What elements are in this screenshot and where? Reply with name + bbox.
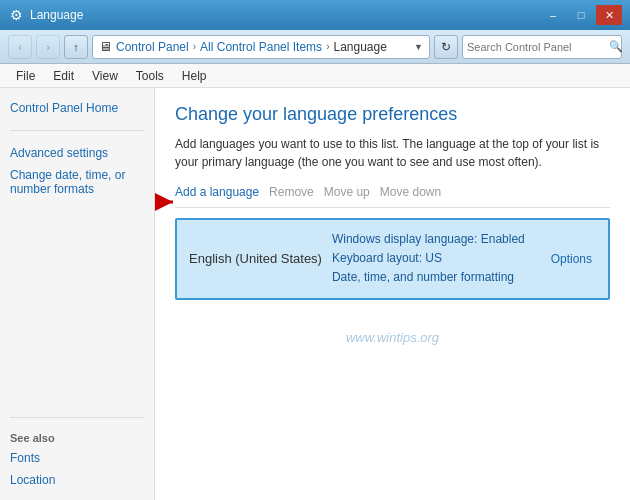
sidebar-divider-1 xyxy=(10,130,144,131)
breadcrumb-dropdown-arrow[interactable]: ▼ xyxy=(414,42,423,52)
arrow-indicator xyxy=(155,187,180,217)
breadcrumb-all-items[interactable]: All Control Panel Items xyxy=(200,40,322,54)
move-up-button[interactable]: Move up xyxy=(324,185,370,199)
language-options-link[interactable]: Options xyxy=(551,252,592,266)
keyboard-layout-line: Keyboard layout: US xyxy=(332,249,541,268)
add-language-button[interactable]: Add a language xyxy=(175,185,259,199)
sidebar-location[interactable]: Location xyxy=(10,472,144,488)
language-info: Windows display language: Enabled Keyboa… xyxy=(332,230,541,288)
cp-icon: 🖥 xyxy=(99,39,112,54)
menu-edit[interactable]: Edit xyxy=(45,67,82,85)
title-bar-controls: – □ ✕ xyxy=(540,5,622,25)
breadcrumb-current: Language xyxy=(333,40,386,54)
menu-bar: File Edit View Tools Help xyxy=(0,64,630,88)
search-input[interactable] xyxy=(467,41,605,53)
language-toolbar: Add a language Remove Move up Move down xyxy=(175,185,610,208)
sidebar-control-panel-home[interactable]: Control Panel Home xyxy=(10,100,144,116)
red-arrow-svg xyxy=(155,187,180,217)
minimize-button[interactable]: – xyxy=(540,5,566,25)
back-button[interactable]: ‹ xyxy=(8,35,32,59)
page-title: Change your language preferences xyxy=(175,104,610,125)
display-language-line: Windows display language: Enabled xyxy=(332,230,541,249)
title-bar-left: ⚙ Language xyxy=(8,7,83,23)
toolbar-row: Add a language Remove Move up Move down xyxy=(175,185,610,218)
sidebar-divider-2 xyxy=(10,417,144,418)
content-area: Change your language preferences Add lan… xyxy=(155,88,630,500)
breadcrumb-control-panel[interactable]: Control Panel xyxy=(116,40,189,54)
main-layout: Control Panel Home Advanced settings Cha… xyxy=(0,88,630,500)
watermark: www.wintips.org xyxy=(175,330,610,345)
language-list: English (United States) Windows display … xyxy=(175,218,610,300)
menu-view[interactable]: View xyxy=(84,67,126,85)
language-item[interactable]: English (United States) Windows display … xyxy=(177,220,608,298)
breadcrumb: 🖥 Control Panel › All Control Panel Item… xyxy=(92,35,430,59)
menu-tools[interactable]: Tools xyxy=(128,67,172,85)
maximize-button[interactable]: □ xyxy=(568,5,594,25)
window-icon: ⚙ xyxy=(8,7,24,23)
search-icon: 🔍 xyxy=(609,40,623,53)
sidebar-fonts[interactable]: Fonts xyxy=(10,450,144,466)
title-bar-text: Language xyxy=(30,8,83,22)
sidebar-advanced-settings[interactable]: Advanced settings xyxy=(10,145,144,161)
nav-bar: ‹ › ↑ 🖥 Control Panel › All Control Pane… xyxy=(0,30,630,64)
sidebar-change-date[interactable]: Change date, time, or number formats xyxy=(10,167,144,197)
menu-help[interactable]: Help xyxy=(174,67,215,85)
sidebar-see-also-label: See also xyxy=(10,432,144,444)
date-format-line: Date, time, and number formatting xyxy=(332,268,541,287)
title-bar: ⚙ Language – □ ✕ xyxy=(0,0,630,30)
up-button[interactable]: ↑ xyxy=(64,35,88,59)
content-description: Add languages you want to use to this li… xyxy=(175,135,610,171)
search-bar: 🔍 xyxy=(462,35,622,59)
move-down-button[interactable]: Move down xyxy=(380,185,441,199)
menu-file[interactable]: File xyxy=(8,67,43,85)
refresh-button[interactable]: ↻ xyxy=(434,35,458,59)
remove-button[interactable]: Remove xyxy=(269,185,314,199)
forward-button[interactable]: › xyxy=(36,35,60,59)
sidebar: Control Panel Home Advanced settings Cha… xyxy=(0,88,155,500)
language-name: English (United States) xyxy=(189,251,322,266)
close-button[interactable]: ✕ xyxy=(596,5,622,25)
